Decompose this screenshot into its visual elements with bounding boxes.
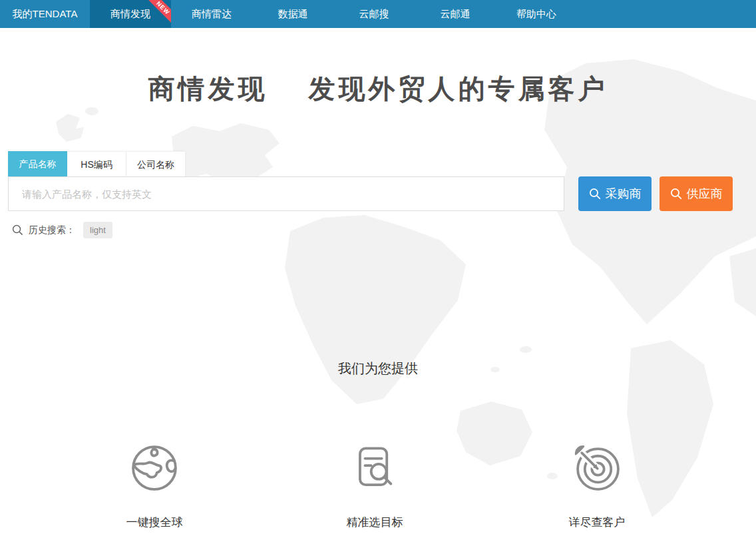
search-input[interactable] <box>8 176 564 211</box>
nav-item-label: 云邮搜 <box>359 8 389 21</box>
nav-item-trade-radar[interactable]: 商情雷达 <box>171 0 252 28</box>
buyer-button-label: 采购商 <box>606 186 642 202</box>
feature-label: 一键搜全球 <box>88 515 221 530</box>
supplier-search-button[interactable]: 供应商 <box>660 176 733 211</box>
feature-precise-target: 精准选目标 <box>308 443 441 530</box>
tab-company-name[interactable]: 公司名称 <box>126 151 186 176</box>
tab-product-name[interactable]: 产品名称 <box>8 151 67 176</box>
nav-item-cloud-mail-search[interactable]: 云邮搜 <box>333 0 415 28</box>
nav-item-label: 我的TENDATA <box>13 8 78 21</box>
nav-item-my-tendata[interactable]: 我的TENDATA <box>0 0 90 28</box>
features-heading: 我们为您提供 <box>0 360 756 378</box>
globe-icon <box>88 443 221 493</box>
page-title-secondary: 发现外贸人的专属客户 <box>308 73 608 104</box>
supplier-button-label: 供应商 <box>687 186 723 202</box>
nav-item-cloud-mail[interactable]: 云邮通 <box>415 0 496 28</box>
tab-label: HS编码 <box>81 159 112 170</box>
tab-label: 公司名称 <box>137 159 174 170</box>
buyer-search-button[interactable]: 采购商 <box>578 176 652 211</box>
feature-label: 详尽查客户 <box>530 515 663 530</box>
tab-hs-code[interactable]: HS编码 <box>67 151 126 176</box>
search-panel: 产品名称 HS编码 公司名称 采购商 供应商 <box>8 151 748 211</box>
nav-item-trade-discovery[interactable]: 商情发现 NEW <box>90 0 171 28</box>
nav-item-data-link[interactable]: 数据通 <box>252 0 333 28</box>
features-section: 一键搜全球 精准选目标 详尽查客户 <box>0 378 756 531</box>
nav-item-label: 商情发现 <box>110 8 150 21</box>
nav-item-label: 商情雷达 <box>192 8 232 21</box>
page-title: 商情发现 发现外贸人的专属客户 <box>0 71 756 107</box>
nav-item-help-center[interactable]: 帮助中心 <box>496 0 577 28</box>
history-search-row: 历史搜索： light <box>12 222 748 238</box>
search-icon <box>589 188 601 200</box>
top-navbar: 我的TENDATA 商情发现 NEW 商情雷达 数据通 云邮搜 云邮通 帮助中心 <box>0 0 756 28</box>
nav-item-label: 数据通 <box>278 8 308 21</box>
search-tabs: 产品名称 HS编码 公司名称 <box>8 151 748 176</box>
history-search-icon <box>12 224 23 236</box>
nav-item-label: 帮助中心 <box>516 8 556 21</box>
feature-detailed-customer: 详尽查客户 <box>530 443 663 530</box>
history-search-tag[interactable]: light <box>83 222 112 238</box>
nav-item-label: 云邮通 <box>441 8 471 21</box>
search-icon <box>670 188 682 200</box>
history-search-label: 历史搜索： <box>29 224 75 236</box>
page-title-primary: 商情发现 <box>148 73 268 104</box>
feature-label: 精准选目标 <box>308 515 441 530</box>
search-row: 采购商 供应商 <box>8 176 748 211</box>
target-icon <box>530 443 663 493</box>
feature-global-search: 一键搜全球 <box>88 443 221 530</box>
tab-label: 产品名称 <box>19 158 57 169</box>
document-search-icon <box>308 443 441 493</box>
